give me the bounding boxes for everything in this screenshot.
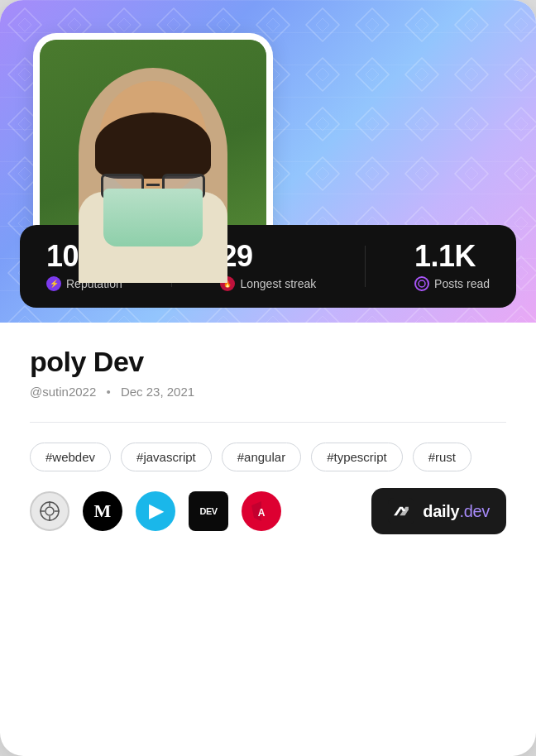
social-icon-target[interactable]: [30, 491, 69, 531]
stat-posts: 1.1K Posts read: [414, 242, 490, 291]
social-row: M ▶ DEV A: [30, 488, 506, 534]
divider-2: [365, 246, 366, 287]
card-content: poly Dev @sutin2022 • Dec 23, 2021 #webd…: [0, 323, 536, 561]
join-date: Dec 23, 2021: [121, 385, 194, 399]
tag-item[interactable]: #rust: [413, 443, 471, 471]
social-icons: M ▶ DEV A: [30, 491, 281, 531]
streak-value: 29: [220, 242, 316, 271]
streak-label: 🔥 Longest streak: [220, 276, 316, 291]
svg-point-1: [419, 280, 425, 287]
social-icon-devto[interactable]: DEV: [189, 491, 228, 531]
stat-streak: 29 🔥 Longest streak: [220, 242, 316, 291]
daily-dev-text: daily.dev: [423, 502, 490, 521]
daily-dev-logo-icon: [388, 498, 414, 524]
tag-item[interactable]: #typescript: [311, 443, 403, 471]
svg-rect-11: [388, 498, 414, 524]
content-divider: [30, 422, 506, 423]
card-header: 10 ⚡ Reputation 29 🔥 Longest streak 1.1K: [0, 0, 536, 323]
tags-container: #webdev#javascript#angular#typescript#ru…: [30, 443, 506, 471]
svg-text:A: A: [258, 507, 266, 519]
avatar-hair: [95, 112, 211, 179]
social-icon-medium[interactable]: M: [83, 491, 122, 531]
daily-dev-badge[interactable]: daily.dev: [371, 488, 506, 534]
avatar-head: [99, 81, 207, 197]
circle-icon: [414, 276, 429, 291]
meta-dot: •: [106, 385, 110, 399]
social-icon-angular[interactable]: A: [242, 491, 281, 531]
social-icon-forward[interactable]: ▶: [136, 491, 175, 531]
user-meta: @sutin2022 • Dec 23, 2021: [30, 385, 506, 399]
user-name: poly Dev: [30, 346, 506, 378]
avatar-mask: [103, 189, 203, 246]
posts-value: 1.1K: [414, 242, 490, 271]
posts-label: Posts read: [414, 276, 490, 291]
username: @sutin2022: [30, 385, 96, 399]
tag-item[interactable]: #angular: [222, 443, 301, 471]
tag-item[interactable]: #javascript: [121, 443, 212, 471]
glasses-bridge: [146, 184, 160, 186]
lightning-icon: ⚡: [46, 276, 61, 291]
tag-item[interactable]: #webdev: [30, 443, 111, 471]
svg-point-3: [45, 507, 54, 515]
profile-card: 10 ⚡ Reputation 29 🔥 Longest streak 1.1K: [0, 0, 536, 756]
